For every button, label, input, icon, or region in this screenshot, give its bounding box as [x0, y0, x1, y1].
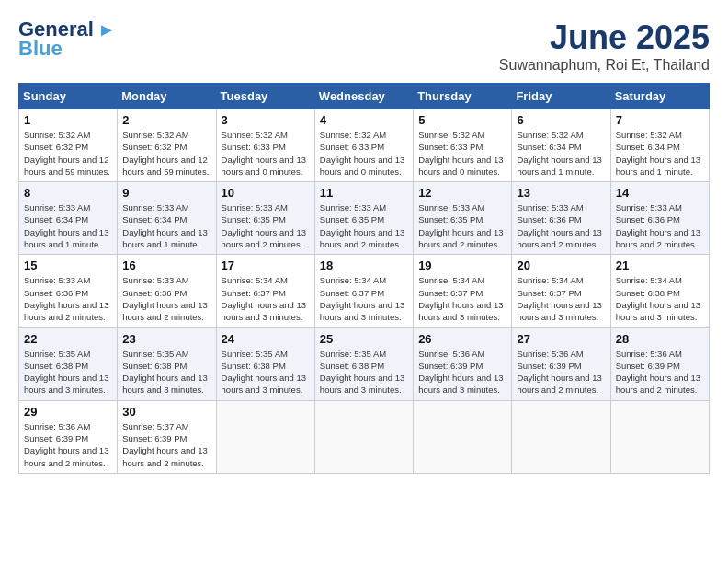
day-info: Sunrise: 5:33 AM Sunset: 6:36 PM Dayligh…: [517, 201, 605, 250]
day-info: Sunrise: 5:35 AM Sunset: 6:38 PM Dayligh…: [320, 348, 408, 396]
calendar-day-cell: 21 Sunrise: 5:34 AM Sunset: 6:38 PM Dayl…: [610, 255, 709, 327]
calendar-day-cell: 15 Sunrise: 5:33 AM Sunset: 6:36 PM Dayl…: [19, 255, 118, 327]
day-info: Sunrise: 5:36 AM Sunset: 6:39 PM Dayligh…: [616, 348, 704, 396]
calendar-day-header: Wednesday: [314, 84, 413, 109]
logo: General ► Blue: [18, 18, 116, 61]
page-header: General ► Blue June 2025 Suwannaphum, Ro…: [18, 18, 710, 74]
calendar-header-row: SundayMondayTuesdayWednesdayThursdayFrid…: [19, 84, 710, 109]
day-info: Sunrise: 5:32 AM Sunset: 6:33 PM Dayligh…: [222, 129, 310, 178]
calendar-day-cell: 10 Sunrise: 5:33 AM Sunset: 6:35 PM Dayl…: [216, 182, 314, 255]
day-number: 30: [122, 405, 210, 419]
day-number: 18: [320, 259, 408, 272]
calendar-day-cell: 22 Sunrise: 5:35 AM Sunset: 6:38 PM Dayl…: [19, 327, 118, 400]
calendar-day-cell: [610, 400, 709, 473]
calendar-day-cell: 9 Sunrise: 5:33 AM Sunset: 6:34 PM Dayli…: [118, 182, 216, 255]
day-info: Sunrise: 5:32 AM Sunset: 6:33 PM Dayligh…: [320, 129, 408, 178]
calendar-day-cell: 18 Sunrise: 5:34 AM Sunset: 6:37 PM Dayl…: [314, 255, 413, 327]
day-info: Sunrise: 5:32 AM Sunset: 6:34 PM Dayligh…: [616, 129, 704, 178]
calendar-day-cell: [512, 400, 610, 473]
day-info: Sunrise: 5:34 AM Sunset: 6:38 PM Dayligh…: [616, 274, 704, 323]
logo-bird-icon: ►: [97, 19, 116, 40]
calendar-week-row: 1 Sunrise: 5:32 AM Sunset: 6:32 PM Dayli…: [19, 109, 710, 182]
calendar-day-cell: 8 Sunrise: 5:33 AM Sunset: 6:34 PM Dayli…: [19, 182, 118, 255]
day-number: 21: [616, 259, 704, 272]
calendar-day-cell: [414, 400, 512, 473]
calendar-day-cell: 19 Sunrise: 5:34 AM Sunset: 6:37 PM Dayl…: [414, 255, 512, 327]
day-info: Sunrise: 5:36 AM Sunset: 6:39 PM Dayligh…: [418, 348, 506, 396]
day-info: Sunrise: 5:35 AM Sunset: 6:38 PM Dayligh…: [122, 348, 210, 396]
calendar-day-cell: [216, 400, 314, 473]
day-number: 5: [418, 113, 506, 127]
day-number: 2: [122, 113, 210, 127]
calendar-day-cell: 26 Sunrise: 5:36 AM Sunset: 6:39 PM Dayl…: [414, 327, 512, 400]
day-info: Sunrise: 5:35 AM Sunset: 6:38 PM Dayligh…: [24, 348, 112, 396]
day-number: 20: [517, 259, 605, 272]
calendar-day-cell: 2 Sunrise: 5:32 AM Sunset: 6:32 PM Dayli…: [118, 109, 216, 182]
calendar-day-cell: 16 Sunrise: 5:33 AM Sunset: 6:36 PM Dayl…: [118, 255, 216, 327]
day-number: 25: [320, 332, 408, 346]
day-info: Sunrise: 5:34 AM Sunset: 6:37 PM Dayligh…: [517, 274, 605, 323]
day-number: 29: [24, 405, 112, 419]
day-info: Sunrise: 5:34 AM Sunset: 6:37 PM Dayligh…: [222, 274, 310, 323]
day-info: Sunrise: 5:32 AM Sunset: 6:32 PM Dayligh…: [122, 129, 210, 178]
calendar-day-cell: 7 Sunrise: 5:32 AM Sunset: 6:34 PM Dayli…: [610, 109, 709, 182]
calendar-day-cell: 29 Sunrise: 5:36 AM Sunset: 6:39 PM Dayl…: [19, 400, 118, 473]
day-info: Sunrise: 5:33 AM Sunset: 6:35 PM Dayligh…: [320, 201, 408, 250]
day-number: 16: [122, 259, 210, 272]
calendar-week-row: 15 Sunrise: 5:33 AM Sunset: 6:36 PM Dayl…: [19, 255, 710, 327]
day-info: Sunrise: 5:33 AM Sunset: 6:34 PM Dayligh…: [24, 201, 112, 250]
calendar-day-cell: [314, 400, 413, 473]
day-info: Sunrise: 5:33 AM Sunset: 6:36 PM Dayligh…: [616, 201, 704, 250]
calendar-day-cell: 30 Sunrise: 5:37 AM Sunset: 6:39 PM Dayl…: [118, 400, 216, 473]
day-number: 6: [517, 113, 605, 127]
day-number: 1: [24, 113, 112, 127]
calendar-day-header: Saturday: [610, 84, 709, 109]
calendar-day-cell: 14 Sunrise: 5:33 AM Sunset: 6:36 PM Dayl…: [610, 182, 709, 255]
day-number: 9: [122, 186, 210, 200]
day-number: 22: [24, 332, 112, 346]
day-number: 28: [616, 332, 704, 346]
calendar-day-cell: 27 Sunrise: 5:36 AM Sunset: 6:39 PM Dayl…: [512, 327, 610, 400]
day-number: 26: [418, 332, 506, 346]
calendar-day-cell: 28 Sunrise: 5:36 AM Sunset: 6:39 PM Dayl…: [610, 327, 709, 400]
day-info: Sunrise: 5:37 AM Sunset: 6:39 PM Dayligh…: [122, 420, 210, 469]
calendar-day-cell: 20 Sunrise: 5:34 AM Sunset: 6:37 PM Dayl…: [512, 255, 610, 327]
day-number: 3: [222, 113, 310, 127]
day-number: 13: [517, 186, 605, 200]
calendar-day-cell: 12 Sunrise: 5:33 AM Sunset: 6:35 PM Dayl…: [414, 182, 512, 255]
day-info: Sunrise: 5:34 AM Sunset: 6:37 PM Dayligh…: [320, 274, 408, 323]
day-number: 23: [122, 332, 210, 346]
month-title: June 2025: [499, 18, 710, 57]
calendar-day-cell: 3 Sunrise: 5:32 AM Sunset: 6:33 PM Dayli…: [216, 109, 314, 182]
day-info: Sunrise: 5:36 AM Sunset: 6:39 PM Dayligh…: [24, 420, 112, 469]
day-number: 11: [320, 186, 408, 200]
day-info: Sunrise: 5:33 AM Sunset: 6:36 PM Dayligh…: [122, 274, 210, 323]
day-number: 27: [517, 332, 605, 346]
day-info: Sunrise: 5:32 AM Sunset: 6:32 PM Dayligh…: [24, 129, 112, 178]
location: Suwannaphum, Roi Et, Thailand: [499, 57, 710, 74]
calendar-week-row: 22 Sunrise: 5:35 AM Sunset: 6:38 PM Dayl…: [19, 327, 710, 400]
day-info: Sunrise: 5:33 AM Sunset: 6:35 PM Dayligh…: [418, 201, 506, 250]
day-number: 4: [320, 113, 408, 127]
calendar-day-cell: 13 Sunrise: 5:33 AM Sunset: 6:36 PM Dayl…: [512, 182, 610, 255]
calendar-day-cell: 17 Sunrise: 5:34 AM Sunset: 6:37 PM Dayl…: [216, 255, 314, 327]
calendar-week-row: 8 Sunrise: 5:33 AM Sunset: 6:34 PM Dayli…: [19, 182, 710, 255]
calendar-day-header: Sunday: [19, 84, 118, 109]
calendar-table: SundayMondayTuesdayWednesdayThursdayFrid…: [18, 83, 710, 474]
day-info: Sunrise: 5:34 AM Sunset: 6:37 PM Dayligh…: [418, 274, 506, 323]
calendar-day-cell: 5 Sunrise: 5:32 AM Sunset: 6:33 PM Dayli…: [414, 109, 512, 182]
day-number: 15: [24, 259, 112, 272]
day-info: Sunrise: 5:33 AM Sunset: 6:36 PM Dayligh…: [24, 274, 112, 323]
day-info: Sunrise: 5:32 AM Sunset: 6:33 PM Dayligh…: [418, 129, 506, 178]
calendar-day-header: Monday: [118, 84, 216, 109]
day-number: 24: [222, 332, 310, 346]
day-info: Sunrise: 5:35 AM Sunset: 6:38 PM Dayligh…: [222, 348, 310, 396]
calendar-day-cell: 6 Sunrise: 5:32 AM Sunset: 6:34 PM Dayli…: [512, 109, 610, 182]
calendar-day-cell: 25 Sunrise: 5:35 AM Sunset: 6:38 PM Dayl…: [314, 327, 413, 400]
calendar-week-row: 29 Sunrise: 5:36 AM Sunset: 6:39 PM Dayl…: [19, 400, 710, 473]
calendar-day-header: Tuesday: [216, 84, 314, 109]
calendar-day-cell: 23 Sunrise: 5:35 AM Sunset: 6:38 PM Dayl…: [118, 327, 216, 400]
day-number: 19: [418, 259, 506, 272]
day-info: Sunrise: 5:32 AM Sunset: 6:34 PM Dayligh…: [517, 129, 605, 178]
day-number: 7: [616, 113, 704, 127]
